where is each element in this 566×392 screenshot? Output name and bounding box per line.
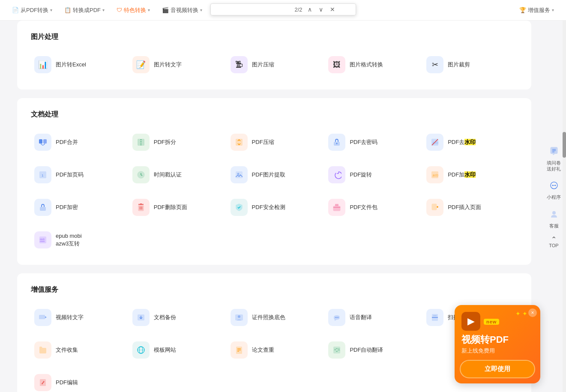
tool-pdf-watermark-add-icon: 水印 xyxy=(426,166,443,183)
tool-video-text[interactable]: 视频转文字 xyxy=(31,305,126,330)
tool-id-bg[interactable]: 证件照换底色 xyxy=(227,305,322,330)
tool-file-collect[interactable]: 文件收集 xyxy=(31,337,126,363)
svg-rect-18 xyxy=(138,205,144,211)
top-button[interactable]: ⌃ TOP xyxy=(549,236,558,248)
section-doc-title: 文档处理 xyxy=(31,110,518,119)
promo-new-badge: new xyxy=(484,319,499,325)
tool-pdf-pageno[interactable]: 1 PDF加页码 xyxy=(31,162,126,188)
nav-to-pdf-arrow: ▾ xyxy=(102,8,105,12)
scrollbar-track[interactable] xyxy=(563,21,566,392)
nav-from-pdf-icon: 📄 xyxy=(12,7,19,13)
tool-paper-check-icon xyxy=(231,341,248,359)
search-next-button[interactable]: ∨ xyxy=(317,6,325,13)
tool-img-format-icon: 🖼 xyxy=(328,56,345,73)
search-prev-button[interactable]: ∧ xyxy=(306,6,314,13)
section-doc-processing: 文档处理 PDF合并 PDF拆分 PDF压缩 xyxy=(17,98,531,265)
tool-id-bg-icon xyxy=(231,309,248,326)
tool-file-collect-label: 文件收集 xyxy=(56,346,78,354)
nav-special-arrow: ▾ xyxy=(148,8,150,12)
tool-img-text[interactable]: 📝 图片转文字 xyxy=(129,52,224,78)
vip-extra-row: PDF编辑 xyxy=(31,370,518,392)
nav-to-pdf[interactable]: 📋 转换成PDF ▾ xyxy=(59,4,110,17)
nav-vip[interactable]: 🏆 增值服务 ▾ xyxy=(514,4,559,17)
tool-pdf-encrypt-icon xyxy=(34,199,51,216)
tool-video-text-icon xyxy=(34,309,51,326)
tool-pdf-watermark-add[interactable]: 水印 PDF加水印 xyxy=(423,162,518,188)
tool-pdf-package-icon xyxy=(328,199,345,216)
vip-tools-grid: 视频转文字 文档备份 证件照换底色 语音翻译 xyxy=(31,305,518,363)
tool-img-crop-label: 图片裁剪 xyxy=(448,61,470,69)
svg-rect-23 xyxy=(333,206,340,211)
promo-close-button[interactable]: × xyxy=(528,308,537,317)
tool-pdf-split-label: PDF拆分 xyxy=(154,138,176,146)
tool-pdf-rotate-label: PDF旋转 xyxy=(350,171,372,179)
nav-special[interactable]: 🛡 特色转换 ▾ xyxy=(111,4,155,17)
tool-id-bg-label: 证件照换底色 xyxy=(252,314,285,321)
tool-pdf-split[interactable]: PDF拆分 xyxy=(129,129,224,155)
tool-img-compress-label: 图片压缩 xyxy=(252,61,274,69)
tool-img-crop[interactable]: ✂ 图片裁剪 xyxy=(423,52,518,78)
promo-title: 视频转PDF xyxy=(455,334,540,347)
svg-text:文: 文 xyxy=(338,348,340,351)
tool-paper-check[interactable]: 论文查重 xyxy=(227,337,322,363)
nav-to-pdf-icon: 📋 xyxy=(64,7,71,13)
tool-pdf-imgextract[interactable]: PDF图片提取 xyxy=(227,162,322,188)
tool-img-excel-label: 图片转Excel xyxy=(56,61,86,69)
tool-img-excel-icon: 📊 xyxy=(34,56,51,73)
tool-video-text-label: 视频转文字 xyxy=(56,314,84,321)
tool-template-site-label: 模板网站 xyxy=(154,346,176,354)
tool-pdf-security[interactable]: PDF安全检测 xyxy=(227,195,322,220)
panel-miniapp[interactable]: 小程序 xyxy=(547,179,561,200)
tool-epub-convert[interactable]: epubmobi epub mobiazw3互转 xyxy=(31,227,126,253)
tool-pdf-delpage-icon xyxy=(132,199,150,216)
tool-img-compress[interactable]: 🗜 图片压缩 xyxy=(227,52,322,78)
panel-miniapp-label: 小程序 xyxy=(547,194,561,200)
tool-epub-convert-icon: epubmobi xyxy=(34,231,51,248)
tool-timestamp[interactable]: 时间戳认证 xyxy=(129,162,224,188)
search-count: 2/2 xyxy=(295,6,302,13)
tool-pdf-watermark-remove-label: PDF去水印 xyxy=(448,138,476,146)
tool-paper-check-label: 论文查重 xyxy=(252,346,274,354)
tool-pdf-edit[interactable]: PDF编辑 xyxy=(31,370,128,392)
tool-pdf-delpage[interactable]: PDF删除页面 xyxy=(129,195,224,220)
nav-special-icon: 🛡 xyxy=(117,7,122,13)
tool-pdf-compress[interactable]: PDF压缩 xyxy=(227,129,322,155)
tool-pdf-rotate[interactable]: PDF旋转 xyxy=(325,162,419,188)
tool-img-text-label: 图片转文字 xyxy=(154,61,182,69)
tool-doc-backup-icon xyxy=(132,309,150,326)
tool-img-excel[interactable]: 📊 图片转Excel xyxy=(31,52,126,78)
promo-top: ▶ new ✦ ✦ xyxy=(455,305,540,334)
section-vip-services: 增值服务 视频转文字 文档备份 证件照换底色 xyxy=(17,273,531,392)
tool-pdf-merge[interactable]: PDF合并 xyxy=(31,129,126,155)
tool-doc-backup[interactable]: 文档备份 xyxy=(129,305,224,330)
svg-text:mobi: mobi xyxy=(40,240,45,242)
tool-pdf-package-label: PDF文件包 xyxy=(350,203,377,211)
tool-pdf-encrypt[interactable]: PDF加密 xyxy=(31,195,126,220)
scrollbar-thumb[interactable] xyxy=(563,132,566,158)
search-input[interactable]: 水印 xyxy=(214,6,291,13)
tool-pdf-edit-icon xyxy=(34,374,51,391)
panel-customer-label: 客服 xyxy=(549,223,559,229)
nav-vip-arrow: ▾ xyxy=(552,8,554,12)
tool-pdf-insertpage[interactable]: PDF插入页面 xyxy=(423,195,518,220)
tool-template-site[interactable]: 模板网站 xyxy=(129,337,224,363)
tool-speech-translate[interactable]: 语音翻译 xyxy=(325,305,419,330)
promo-cta-button[interactable]: 立即使用 xyxy=(460,360,535,378)
promo-banner: × ▶ new ✦ ✦ 视频转PDF 新上线免费用 立即使用 xyxy=(455,305,540,383)
tool-pdf-compress-icon xyxy=(231,134,248,151)
nav-from-pdf[interactable]: 📄 从PDF转换 ▾ xyxy=(7,4,57,17)
search-close-button[interactable]: ✕ xyxy=(328,6,337,13)
tool-img-format[interactable]: 🖼 图片格式转换 xyxy=(325,52,419,78)
nav-media-arrow: ▾ xyxy=(200,8,202,12)
tool-pdf-package[interactable]: PDF文件包 xyxy=(325,195,419,220)
nav-media[interactable]: 🎬 音视频转换 ▾ xyxy=(157,4,207,17)
nav-media-label: 音视频转换 xyxy=(171,6,198,14)
panel-customer[interactable]: 客服 xyxy=(547,207,561,229)
tool-pdf-delpage-label: PDF删除页面 xyxy=(154,203,187,211)
tool-pdf-decrypt[interactable]: PDF去密码 xyxy=(325,129,419,155)
tool-pdf-insertpage-label: PDF插入页面 xyxy=(448,203,481,211)
panel-feedback[interactable]: 填问卷送好礼 xyxy=(547,144,561,172)
tool-img-format-label: 图片格式转换 xyxy=(350,61,383,69)
tool-pdf-autotrans[interactable]: A文 PDF自动翻译 xyxy=(325,337,419,363)
tool-pdf-watermark-remove[interactable]: 水印 PDF去水印 xyxy=(423,129,518,155)
